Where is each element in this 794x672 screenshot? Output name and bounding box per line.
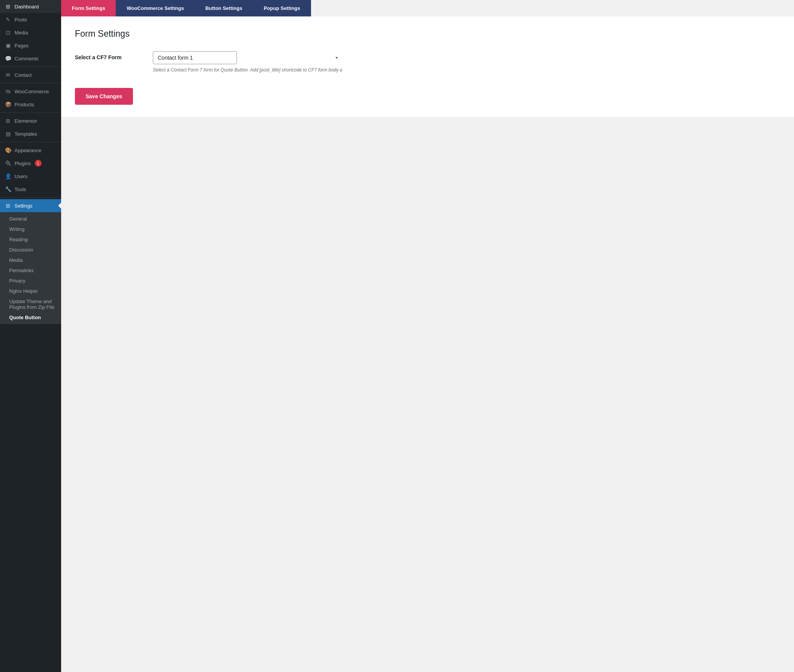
cf7-form-select[interactable]: Contact form 1	[153, 51, 237, 64]
nav-label-appearance: Appearance	[15, 148, 41, 153]
divider-5	[0, 197, 61, 198]
content-area: Form Settings Select a CF7 Form Contact …	[61, 16, 794, 117]
nav-label-plugins: Plugins	[15, 161, 31, 166]
select-wrapper: Contact form 1	[153, 51, 342, 64]
nav-item-settings[interactable]: ⊞ Settings	[0, 199, 61, 212]
pages-icon: ▣	[5, 42, 11, 49]
media-icon: ⊡	[5, 29, 11, 36]
main-content: Form Settings WooCommerce Settings Butto…	[61, 0, 794, 672]
nav-item-contact[interactable]: ✉ Contact	[0, 68, 61, 81]
subnav-media[interactable]: Media	[0, 255, 61, 265]
products-icon: 📦	[5, 101, 11, 108]
divider-4	[0, 142, 61, 142]
nav-label-media: Media	[15, 30, 28, 36]
plugins-icon: 🔌	[5, 160, 11, 167]
save-changes-button[interactable]: Save Changes	[75, 88, 133, 105]
dashboard-icon: ⊞	[5, 3, 11, 10]
contact-icon: ✉	[5, 71, 11, 78]
nav-item-woocommerce[interactable]: 🛍 WooCommerce	[0, 85, 61, 98]
nav-label-comments: Comments	[15, 56, 39, 62]
tab-popup-settings[interactable]: Popup Settings	[253, 0, 311, 16]
field-hint: Select a Contact Form 7 form for Quote B…	[153, 67, 342, 73]
tab-form-settings[interactable]: Form Settings	[61, 0, 116, 16]
select-cf7-label: Select a CF7 Form	[75, 51, 144, 60]
templates-icon: ▤	[5, 130, 11, 137]
subnav-general[interactable]: General	[0, 214, 61, 224]
sidebar: ⊞ Dashboard ✎ Posts ⊡ Media ▣ Pages 💬 Co…	[0, 0, 61, 672]
divider-3	[0, 112, 61, 113]
nav-label-products: Products	[15, 102, 34, 107]
nav-label-woocommerce: WooCommerce	[15, 89, 49, 94]
form-field-cf7: Contact form 1 Select a Contact Form 7 f…	[153, 51, 342, 73]
nav-item-media[interactable]: ⊡ Media	[0, 26, 61, 39]
settings-subnav: General Writing Reading Discussion Media…	[0, 212, 61, 324]
nav-label-contact: Contact	[15, 72, 32, 78]
nav-item-appearance[interactable]: 🎨 Appearance	[0, 144, 61, 157]
divider-2	[0, 83, 61, 83]
nav-label-tools: Tools	[15, 187, 26, 192]
nav-item-dashboard[interactable]: ⊞ Dashboard	[0, 0, 61, 13]
nav-label-elementor: Elementor	[15, 118, 37, 124]
comments-icon: 💬	[5, 55, 11, 62]
nav-label-templates: Templates	[15, 131, 37, 137]
subnav-permalinks[interactable]: Permalinks	[0, 265, 61, 276]
nav-item-posts[interactable]: ✎ Posts	[0, 13, 61, 26]
tools-icon: 🔧	[5, 186, 11, 193]
nav-label-settings: Settings	[15, 203, 32, 209]
nav-item-templates[interactable]: ▤ Templates	[0, 127, 61, 140]
posts-icon: ✎	[5, 16, 11, 23]
nav-item-comments[interactable]: 💬 Comments	[0, 52, 61, 65]
subnav-update-theme[interactable]: Update Theme and Plugins from Zip File	[0, 296, 61, 312]
plugins-badge: 1	[35, 160, 42, 167]
subnav-reading[interactable]: Reading	[0, 234, 61, 245]
nav-label-users: Users	[15, 174, 28, 179]
settings-icon: ⊞	[5, 202, 11, 209]
appearance-icon: 🎨	[5, 147, 11, 154]
nav-item-plugins[interactable]: 🔌 Plugins 1	[0, 157, 61, 170]
subnav-privacy[interactable]: Privacy	[0, 276, 61, 286]
subnav-writing[interactable]: Writing	[0, 224, 61, 234]
tab-woocommerce-settings[interactable]: WooCommerce Settings	[116, 0, 194, 16]
nav-item-tools[interactable]: 🔧 Tools	[0, 183, 61, 196]
nav-label-posts: Posts	[15, 17, 27, 23]
elementor-icon: ⊞	[5, 117, 11, 124]
divider-1	[0, 67, 61, 67]
subnav-discussion[interactable]: Discussion	[0, 245, 61, 255]
subnav-quote-button[interactable]: Quote Button	[0, 312, 61, 323]
nav-label-dashboard: Dashboard	[15, 4, 39, 10]
users-icon: 👤	[5, 173, 11, 180]
sidebar-arrow	[58, 203, 61, 209]
page-title: Form Settings	[75, 29, 780, 39]
nav-label-pages: Pages	[15, 43, 29, 49]
tab-button-settings[interactable]: Button Settings	[194, 0, 253, 16]
subnav-nginx-helper[interactable]: Nginx Helper	[0, 286, 61, 296]
tabs-bar: Form Settings WooCommerce Settings Butto…	[61, 0, 794, 16]
nav-item-products[interactable]: 📦 Products	[0, 98, 61, 111]
nav-item-elementor[interactable]: ⊞ Elementor	[0, 114, 61, 127]
cf7-form-row: Select a CF7 Form Contact form 1 Select …	[75, 51, 780, 73]
nav-item-pages[interactable]: ▣ Pages	[0, 39, 61, 52]
nav-item-users[interactable]: 👤 Users	[0, 170, 61, 183]
woocommerce-icon: 🛍	[5, 88, 11, 95]
gray-area	[61, 117, 794, 672]
